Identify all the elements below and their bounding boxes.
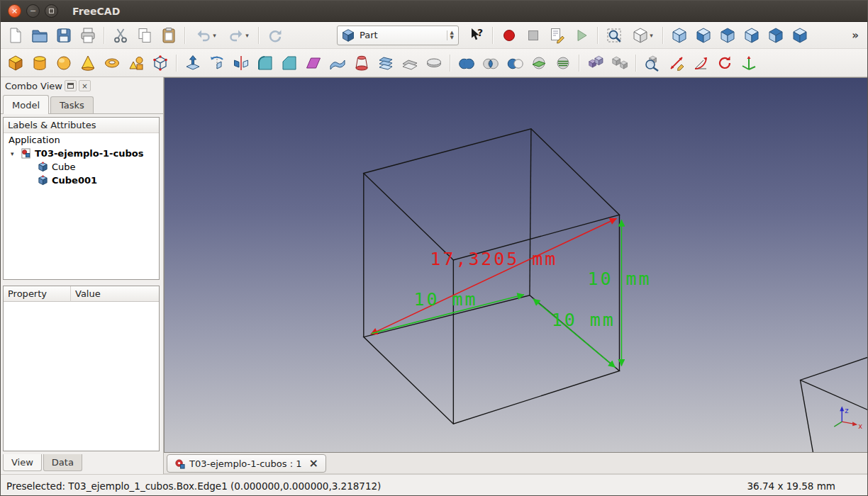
tree-item-cube001[interactable]: Cube001 xyxy=(4,174,159,187)
measure-toggle-button[interactable] xyxy=(738,52,760,74)
boolean-union-button[interactable] xyxy=(455,52,478,74)
create-primitives-button[interactable] xyxy=(125,52,148,74)
view-right-button[interactable] xyxy=(740,25,763,46)
part-sphere-button[interactable] xyxy=(52,52,75,74)
tree-item-document[interactable]: ▾ T03-ejemplo-1-cubos xyxy=(4,147,159,160)
refresh-button[interactable] xyxy=(264,25,286,46)
document-tab[interactable]: T03-ejemplo-1-cubos : 1 × xyxy=(167,454,326,473)
cube-wireframe[interactable] xyxy=(364,129,620,424)
part-cylinder-button[interactable] xyxy=(28,52,51,74)
workbench-cube-icon xyxy=(341,28,355,43)
boolean-cut-button[interactable] xyxy=(503,52,526,74)
thickness-button[interactable] xyxy=(423,52,445,74)
part-torus-button[interactable] xyxy=(101,52,123,74)
cut-button[interactable] xyxy=(109,25,132,46)
status-message: Preselected: T03_ejemplo_1_cubos.Box.Edg… xyxy=(6,480,381,492)
panel-close-button[interactable]: × xyxy=(79,80,91,91)
measure-angular-button[interactable] xyxy=(689,52,712,74)
make-compound-button[interactable] xyxy=(584,52,607,74)
document-tab-close-button[interactable]: × xyxy=(308,458,318,469)
maximize-icon xyxy=(49,9,54,13)
check-geometry-button[interactable] xyxy=(641,52,664,74)
part-cone-button[interactable] xyxy=(77,52,99,74)
paste-button[interactable] xyxy=(157,25,180,46)
tab-tasks-label: Tasks xyxy=(60,100,84,111)
tree-item-label: Cube xyxy=(52,162,76,172)
explode-compound-button[interactable] xyxy=(608,52,631,74)
view-bottom-icon xyxy=(791,27,808,44)
expander-icon[interactable]: ▾ xyxy=(11,150,21,157)
macro-stop-button[interactable] xyxy=(522,25,545,46)
copy-button[interactable] xyxy=(133,25,156,46)
offset-button[interactable] xyxy=(399,52,421,74)
draw-style-button[interactable]: ▾ xyxy=(627,25,658,46)
macro-record-button[interactable] xyxy=(498,25,521,46)
section-button[interactable] xyxy=(528,52,550,74)
open-document-button[interactable] xyxy=(28,25,51,46)
model-tree: Labels & Attributes Application ▾ T03-ej… xyxy=(3,117,160,280)
mirror-button[interactable] xyxy=(230,52,252,74)
revolve-button[interactable] xyxy=(206,52,228,74)
view-top-button[interactable] xyxy=(716,25,739,46)
float-icon xyxy=(67,83,74,89)
macro-edit-button[interactable] xyxy=(546,25,569,46)
sweep-button[interactable] xyxy=(374,52,397,74)
cross-sections-icon xyxy=(555,55,572,72)
print-button[interactable] xyxy=(77,25,99,46)
view-bottom-button[interactable] xyxy=(789,25,811,46)
macro-edit-icon xyxy=(549,27,566,44)
toolbar-overflow-button[interactable]: » xyxy=(847,28,863,43)
boolean-common-icon xyxy=(482,55,499,72)
origin-axis-indicator: z x xyxy=(834,406,862,430)
part-box-button[interactable] xyxy=(4,52,27,74)
property-column-header[interactable]: Property xyxy=(4,286,71,302)
standard-toolbar: ▾▾ Part ▲ ▼ ? ▾ » xyxy=(1,22,867,49)
tree-item-application[interactable]: Application xyxy=(4,133,159,147)
workbench-selector[interactable]: Part ▲ ▼ xyxy=(337,26,459,45)
chamfer-button[interactable] xyxy=(278,52,301,74)
extrude-button[interactable] xyxy=(182,52,204,74)
make-face-button[interactable] xyxy=(302,52,325,74)
cross-sections-button[interactable] xyxy=(552,52,574,74)
boolean-common-button[interactable] xyxy=(479,52,502,74)
second-cube-partial[interactable] xyxy=(800,358,867,452)
sweep-icon xyxy=(377,55,394,72)
fillet-button[interactable] xyxy=(254,52,277,74)
redo-button[interactable]: ▾ xyxy=(223,25,254,46)
fit-all-button[interactable] xyxy=(603,25,625,46)
toolbar-separator xyxy=(635,55,637,72)
view-rear-button[interactable] xyxy=(764,25,787,46)
boolean-union-icon xyxy=(458,55,475,72)
tab-view[interactable]: View xyxy=(3,454,42,471)
view-axonometric-button[interactable] xyxy=(668,25,691,46)
part-cone-icon xyxy=(79,55,96,72)
caret-down-icon: ▾ xyxy=(245,32,249,39)
3d-viewport[interactable]: z x 17,3205 mm 10 mm 10 mm 10 mm xyxy=(164,77,868,453)
part-box-icon xyxy=(38,175,48,186)
measure-linear-button[interactable] xyxy=(665,52,688,74)
view-axonometric-icon xyxy=(671,27,688,44)
tab-model[interactable]: Model xyxy=(3,95,49,114)
ruled-surface-button[interactable] xyxy=(326,52,349,74)
view-front-button[interactable] xyxy=(692,25,715,46)
workbench-spinner[interactable]: ▲ ▼ xyxy=(447,30,457,40)
whats-this-button[interactable]: ? xyxy=(465,25,488,46)
window-minimize-button[interactable]: − xyxy=(26,4,40,18)
save-document-button[interactable] xyxy=(52,25,75,46)
shape-builder-button[interactable] xyxy=(149,52,172,74)
part-toolbar xyxy=(1,49,867,77)
toolbar-separator xyxy=(662,27,664,44)
panel-float-button[interactable] xyxy=(65,80,77,91)
new-document-button[interactable] xyxy=(4,25,27,46)
tab-data[interactable]: Data xyxy=(43,454,82,471)
window-close-button[interactable]: × xyxy=(8,4,21,18)
tab-tasks[interactable]: Tasks xyxy=(50,96,94,113)
tab-view-label: View xyxy=(11,457,33,468)
undo-button[interactable]: ▾ xyxy=(190,25,221,46)
macro-execute-button[interactable] xyxy=(570,25,593,46)
value-column-header[interactable]: Value xyxy=(71,286,159,302)
tree-item-cube[interactable]: Cube xyxy=(4,160,159,174)
window-maximize-button[interactable] xyxy=(45,4,58,18)
loft-button[interactable] xyxy=(350,52,373,74)
measure-refresh-button[interactable] xyxy=(713,52,736,74)
